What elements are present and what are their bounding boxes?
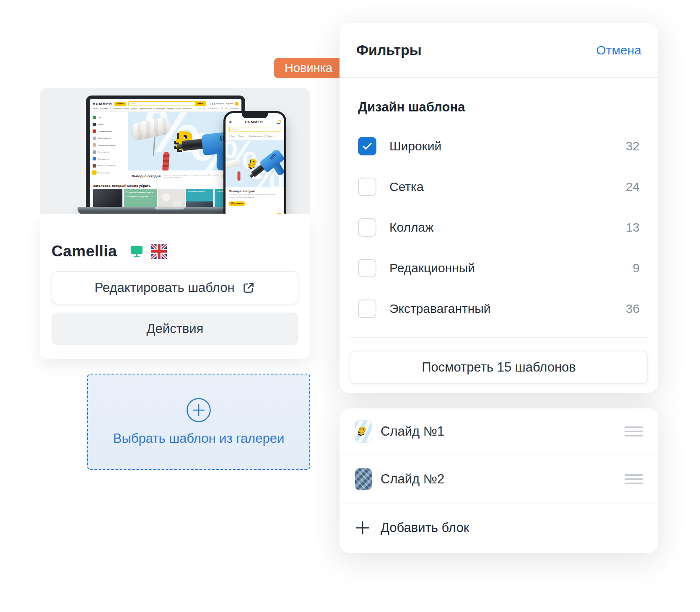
mockup-nav-row: Акции Доставка и самовывоз Наши услуги О…	[90, 107, 241, 112]
hamburger-icon: ≡	[229, 120, 232, 124]
edit-template-button[interactable]: Редактировать шаблон	[52, 271, 298, 305]
phone-mockup-logo: HUMMER	[245, 120, 263, 124]
checkbox[interactable]	[358, 300, 376, 318]
plus-circle-icon	[186, 398, 211, 423]
design-section-title: Дизайн шаблона	[358, 100, 640, 115]
phone-hero-title: Выгодно сегодня	[229, 190, 280, 193]
phone-hero-subtitle: Сезонные скидки, распродажи, ликвидация …	[229, 194, 280, 198]
phone-mockup-search: Поиск	[229, 127, 280, 132]
phone-mockup: ≡ HUMMER Поиск Сад Краски Стройматериалы…	[223, 111, 286, 227]
filter-option-row[interactable]: Сетка 24	[358, 178, 640, 196]
category-icon	[93, 116, 96, 119]
mockup-search-bar: Поиск Найти	[128, 101, 206, 106]
mockup-profile-label: Профиль	[216, 103, 225, 105]
category-card: Строительные смеси Столярные изделия	[124, 189, 157, 208]
show-templates-button[interactable]: Посмотреть 15 шаблонов	[350, 351, 648, 384]
phone-hero-button: Все товары	[229, 201, 245, 206]
drag-handle-icon[interactable]	[625, 472, 643, 487]
mockup-search-placeholder: Поиск	[129, 103, 195, 105]
compare-icon	[208, 103, 210, 105]
slide-thumbnail	[355, 468, 372, 491]
filter-option-label: Широкий	[389, 139, 441, 153]
laptop-screen: HUMMER Каталог Поиск Найти Профиль Корзи…	[90, 99, 241, 208]
actions-label: Действия	[147, 321, 204, 336]
filter-option-count: 36	[626, 302, 640, 316]
category-icon	[93, 143, 96, 147]
filter-option-row[interactable]: Редакционный 9	[358, 259, 640, 277]
edit-template-label: Редактировать шаблон	[94, 280, 234, 295]
page: Новинка HUMMER Каталог Поиск Найти Профи…	[0, 0, 700, 612]
filter-option-label: Сетка	[389, 180, 424, 194]
laptop-mockup: HUMMER Каталог Поиск Найти Профиль Корзи…	[86, 96, 245, 208]
mockup-logo: HUMMER	[93, 102, 112, 106]
filter-option-count: 9	[633, 261, 640, 275]
desktop-monitor-icon	[130, 245, 143, 258]
plus-icon	[355, 520, 371, 536]
drag-handle-icon[interactable]	[625, 424, 643, 439]
slide-row[interactable]: ₽ Слайд №1	[340, 408, 658, 454]
category-icon	[93, 137, 96, 140]
choose-template-dropzone[interactable]: Выбрать шаблон из галереи	[87, 374, 310, 470]
add-block-label: Добавить блок	[381, 520, 469, 535]
template-card: Camellia Редактировать шаблон	[40, 214, 310, 359]
cart-badge-icon	[235, 102, 239, 106]
filter-option-count: 13	[626, 220, 640, 235]
slide-label: Слайд №1	[381, 424, 444, 439]
mockup-cart-label: Корзина	[226, 103, 234, 105]
template-preview-image: HUMMER Каталог Поиск Найти Профиль Корзи…	[40, 88, 310, 214]
filter-option-label: Коллаж	[389, 220, 433, 235]
mockup-phones: +7 800 720-45-03 | +7 800 720-45-03	[199, 108, 239, 110]
new-badge: Новинка	[274, 58, 343, 78]
template-title: Camellia	[52, 243, 117, 260]
filter-option-count: 32	[626, 139, 640, 153]
mockup-hero-title: Выгодно сегодня	[132, 174, 161, 178]
cart-icon	[277, 121, 280, 124]
mockup-nav-links: Акции Доставка и самовывоз Наши услуги О…	[93, 108, 192, 110]
filters-panel: Фильтры Отмена Дизайн шаблона Широкий 32…	[340, 23, 658, 393]
category-icon	[93, 164, 96, 168]
actions-button[interactable]: Действия	[52, 312, 298, 345]
filter-option-label: Редакционный	[389, 261, 475, 275]
slide-label: Слайд №2	[381, 472, 444, 487]
category-icon	[93, 150, 96, 154]
filter-option-row[interactable]: Экстравагантный 36	[358, 300, 640, 318]
mockup-hero-subtitle: Сезонные скидки, распродажи, ликвидация …	[163, 174, 220, 178]
checkbox[interactable]	[358, 259, 376, 277]
choose-template-label: Выбрать шаблон из галереи	[113, 431, 285, 446]
slides-panel: ₽ Слайд №1 Слайд №2 Добавить блок	[340, 408, 658, 553]
filter-option-label: Экстравагантный	[389, 302, 491, 316]
filters-title: Фильтры	[356, 42, 422, 58]
category-icon	[93, 157, 96, 160]
mockup-search-button: Найти	[195, 102, 205, 106]
checkbox-checked[interactable]	[358, 137, 376, 155]
category-card: Пиломатериалы	[93, 189, 122, 208]
mockup-catalog-button: Каталог	[114, 102, 126, 106]
cancel-link[interactable]: Отмена	[596, 43, 641, 57]
divider	[350, 337, 648, 338]
filter-option-row[interactable]: Коллаж 13	[358, 218, 640, 237]
filter-option-row[interactable]: Широкий 32	[358, 137, 640, 155]
category-card: Готовые шторы	[186, 189, 214, 208]
favorites-icon	[212, 103, 215, 105]
mockup-section-heading: Заголовок, который можно убрать	[90, 181, 241, 189]
external-link-icon	[241, 281, 256, 295]
add-block-button[interactable]: Добавить блок	[340, 503, 658, 552]
mockup-category-cards: Пиломатериалы Строительные смеси Столярн…	[90, 189, 241, 208]
category-icon	[93, 129, 96, 133]
slide-thumbnail: ₽	[355, 420, 372, 443]
uk-flag-icon	[151, 244, 167, 259]
filter-option-count: 24	[626, 180, 640, 194]
checkbox[interactable]	[358, 218, 376, 237]
mockup-category-sidebar: Сад Краски Стройматериалы Водоснабжение …	[90, 112, 128, 181]
phone-mockup-chips: Сад Краски Стройматериалы Водосн	[229, 134, 280, 138]
mockup-account-icons: Профиль Корзина	[208, 102, 239, 106]
phone-notch	[242, 113, 268, 118]
phone-hero-banner: % % ₽	[226, 140, 284, 187]
category-icon	[93, 123, 96, 126]
category-card	[158, 189, 185, 208]
checkbox[interactable]	[358, 178, 376, 196]
slide-row[interactable]: Слайд №2	[340, 454, 658, 503]
mockup-topbar: HUMMER Каталог Поиск Найти Профиль Корзи…	[90, 99, 241, 107]
category-icon	[93, 171, 96, 174]
